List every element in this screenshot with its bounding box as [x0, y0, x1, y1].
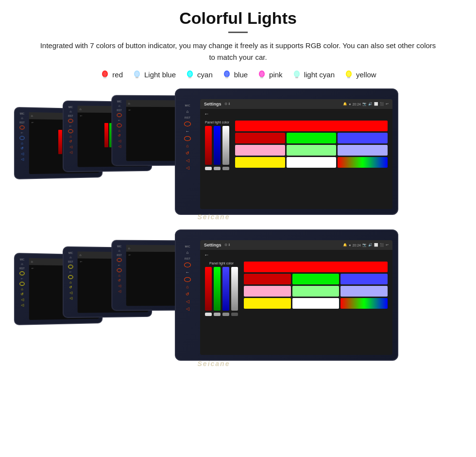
color-item-pink: pink	[256, 69, 283, 80]
color-legend: red Light blue cyan	[100, 69, 376, 80]
panel-light-label-top: Panel light color	[205, 121, 229, 124]
large-screen-top: Settings ⚙ ⬇ 🔔 ♥ 20:24 📷 🔊 ⬜	[200, 99, 392, 209]
seicane-watermark-bottom: Seicane	[198, 360, 230, 368]
svg-rect-10	[225, 77, 228, 78]
color-label-cyan: cyan	[197, 70, 213, 79]
cyan-bulb-icon	[185, 69, 195, 80]
title-divider	[228, 32, 248, 33]
color-label-red: red	[112, 70, 123, 79]
svg-point-17	[295, 71, 299, 76]
side-buttons-1: MIC ⌂ RST ← ⌂ ↺ ◁ ◁	[17, 112, 27, 161]
svg-rect-1	[103, 77, 106, 78]
color-label-yellow: yellow	[356, 70, 376, 79]
color-item-yellow: yellow	[343, 69, 376, 80]
svg-point-8	[188, 71, 192, 76]
pink-bulb-icon	[256, 69, 267, 80]
lightblue-bulb-icon	[132, 69, 142, 80]
color-label-blue: blue	[234, 70, 248, 79]
blue-bulb-icon	[221, 69, 232, 80]
color-item-lightcyan: light cyan	[291, 69, 335, 80]
svg-point-11	[225, 71, 229, 76]
description: Integrated with 7 colors of button indic…	[39, 40, 437, 63]
svg-rect-19	[347, 77, 350, 78]
color-item-lightblue: Light blue	[132, 69, 176, 80]
devices-section: MIC ⌂ RST ← ⌂ ↺ ◁ ◁	[15, 88, 461, 370]
page-wrapper: Colorful Lights Integrated with 7 colors…	[0, 0, 476, 457]
bottom-device-row: MIC ⌂ RST ← ⌂ ↺ ◁ ◁	[15, 229, 413, 370]
device-unit-bottom-large: MIC ⌂ RST ← ⌂ ↺ ◁ ◁	[175, 229, 398, 361]
settings-label-top: Settings	[204, 102, 221, 106]
color-label-pink: pink	[269, 70, 283, 79]
color-label-lightblue: Light blue	[144, 70, 176, 79]
panel-light-label-bottom: Panel light color	[205, 262, 238, 265]
svg-rect-16	[295, 77, 298, 78]
color-item-cyan: cyan	[185, 69, 213, 80]
svg-point-14	[260, 71, 264, 76]
svg-rect-7	[188, 77, 191, 78]
color-label-lightcyan: light cyan	[304, 70, 335, 79]
color-item-red: red	[100, 69, 123, 80]
large-screen-bottom: Settings ⚙ ⬇ 🔔 ♥ 20:24 📷 🔊 ⬜	[200, 240, 392, 355]
yellow-bulb-icon	[343, 69, 354, 80]
color-item-blue: blue	[221, 69, 248, 80]
svg-point-20	[347, 71, 351, 76]
svg-rect-4	[136, 77, 138, 78]
lightcyan-bulb-icon	[291, 69, 302, 80]
page-title: Colorful Lights	[179, 9, 297, 28]
device-unit-top-large: MIC ⌂ RST ← ⌂ ↺ ◁ ◁	[175, 88, 398, 215]
svg-rect-13	[260, 77, 263, 78]
svg-point-2	[103, 71, 107, 76]
settings-label-bottom: Settings	[204, 243, 221, 247]
svg-point-5	[135, 71, 139, 76]
top-device-row: MIC ⌂ RST ← ⌂ ↺ ◁ ◁	[15, 88, 413, 225]
red-bulb-icon	[100, 69, 110, 80]
